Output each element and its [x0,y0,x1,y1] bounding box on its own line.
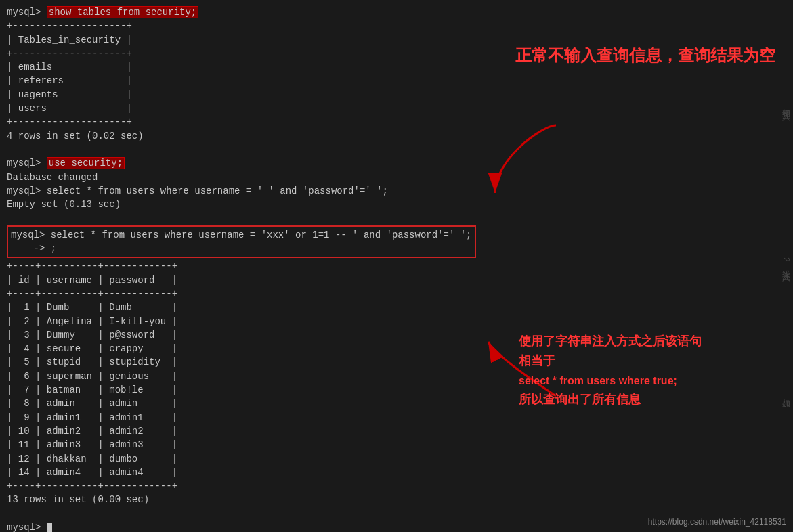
result-row-1: | 1 | Dumb | Dumb | [7,301,508,314]
row-uagents: | uagents | [7,88,508,102]
annotation-top: 正常不输入查询信息，查询结果为空 [515,44,779,67]
blank-1 [7,143,508,156]
result-row-3: | 3 | Dummy | p@ssword | [7,328,508,342]
empty-set: Empty set (0.13 sec) [7,198,508,211]
row-users: | users | [7,102,508,115]
watermark: https://blog.csdn.net/weixin_42118531 [648,517,786,527]
result-row-8: | 8 | admin | admin | [7,397,508,410]
cmd-use-security: use security; [47,157,125,169]
terminal-cursor [47,523,52,532]
injection-command-block: mysql> select * from users where usernam… [7,225,476,259]
table-border-1: +--------------------+ [7,19,508,32]
table-border-3: +--------------------+ [7,115,508,129]
result-row-7: | 7 | batman | mob!le | [7,383,508,397]
cmd-show-tables: show tables from security; [47,6,198,18]
row-emails: | emails | [7,60,508,74]
result-header: | id | username | password | [7,273,508,287]
db-changed: Database changed [7,171,508,184]
result-border-1: +----+----------+------------+ [7,259,508,273]
result-border-3: +----+----------+------------+ [7,479,508,493]
result-row-9: | 9 | admin1 | admin1 | [7,411,508,424]
rows-count-1: 4 rows in set (0.02 sec) [7,129,508,143]
terminal: mysql> show tables from security; +-----… [0,0,515,532]
result-row-6: | 6 | superman | genious | [7,370,508,383]
final-prompt: mysql> [7,520,508,532]
result-row-2: | 2 | Angelina | I-kill-you | [7,315,508,328]
result-row-12: | 12 | dhakkan | dumbo | [7,452,508,466]
side-label-mid: 2级注入 [780,257,792,267]
rows-count-2: 13 rows in set (0.00 sec) [7,493,508,506]
blank-2 [7,211,508,225]
result-row-14: | 14 | admin4 | admin4 | [7,466,508,479]
injection-cmd-line2: -> ; [11,242,472,255]
side-label-bot: 加强 [780,393,792,395]
result-row-4: | 4 | secure | crappy | [7,342,508,355]
result-row-10: | 10 | admin2 | admin2 | [7,424,508,438]
blank-3 [7,507,508,520]
normal-select: mysql> select * from users where usernam… [7,184,508,198]
injection-cmd-line1: mysql> select * from users where usernam… [11,228,472,242]
annotation-bottom: 使用了字符串注入方式之后该语句相当于 select * from users w… [519,332,783,409]
result-row-11: | 11 | admin3 | admin3 | [7,438,508,451]
row-referers: | referers | [7,74,508,87]
line-use-security: mysql> use security; [7,156,508,170]
result-border-2: +----+----------+------------+ [7,287,508,301]
table-border-2: +--------------------+ [7,47,508,60]
line-1: mysql> show tables from security; [7,5,508,19]
result-row-5: | 5 | stupid | stupidity | [7,355,508,369]
side-label-top: 初级注入 [780,102,792,107]
arrow-top [488,118,570,200]
tables-security-header: | 正常不输入查询信息，查询结果为空Tables_in_security | [7,33,508,47]
